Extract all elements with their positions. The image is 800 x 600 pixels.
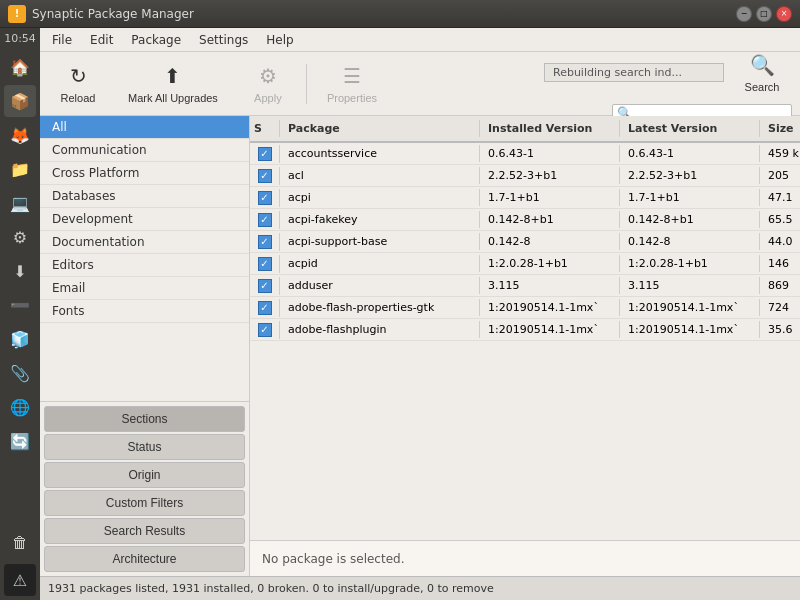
maximize-button[interactable]: □ [756,6,772,22]
pkg-installed-version: 1:20190514.1-1mx` [480,321,620,338]
files-icon[interactable]: 📁 [4,153,36,185]
category-databases[interactable]: Databases [40,185,249,208]
home-icon[interactable]: 🏠 [4,51,36,83]
filter-search-results[interactable]: Search Results [44,518,245,544]
pkg-status: ✓ [250,145,280,163]
pkg-name: adobe-flash-properties-gtk [280,299,480,316]
search-icon: 🔍 [750,53,775,77]
properties-button[interactable]: ☰ Properties [315,57,389,111]
arrow-icon[interactable]: ⬇ [4,255,36,287]
pkg-checkbox[interactable]: ✓ [258,323,272,337]
title-text: Synaptic Package Manager [32,7,194,21]
menu-package[interactable]: Package [123,31,189,49]
pkg-checkbox[interactable]: ✓ [258,147,272,161]
category-documentation[interactable]: Documentation [40,231,249,254]
titlebar-left: ! Synaptic Package Manager [8,5,194,23]
filter-buttons: Sections Status Origin Custom Filters Se… [40,402,249,576]
pkg-checkbox[interactable]: ✓ [258,257,272,271]
pkg-status: ✓ [250,255,280,273]
filter-sections[interactable]: Sections [44,406,245,432]
filter-architecture[interactable]: Architecture [44,546,245,572]
upgrades-icon: ⬆ [164,64,181,88]
cube-icon[interactable]: 🧊 [4,323,36,355]
table-row[interactable]: ✓ adobe-flashplugin 1:20190514.1-1mx` 1:… [250,319,800,341]
table-row[interactable]: ✓ acpi-support-base 0.142-8 0.142-8 44.0 [250,231,800,253]
apply-label: Apply [254,92,282,104]
menu-settings[interactable]: Settings [191,31,256,49]
trash-icon[interactable]: 🗑 [4,526,36,558]
table-row[interactable]: ✓ adobe-flash-properties-gtk 1:20190514.… [250,297,800,319]
table-row[interactable]: ✓ acpi 1.7-1+b1 1.7-1+b1 47.1 [250,187,800,209]
pkg-status: ✓ [250,167,280,185]
category-all[interactable]: All [40,116,249,139]
sidebar: All Communication Cross Platform Databas… [40,116,250,576]
pkg-status: ✓ [250,233,280,251]
toolbar: ↻ Reload ⬆ Mark All Upgrades ⚙ Apply ☰ P… [40,52,800,116]
pkg-installed-version: 0.6.43-1 [480,145,620,162]
pkg-size: 205 [760,167,800,184]
menu-file[interactable]: File [44,31,80,49]
pkg-checkbox[interactable]: ✓ [258,235,272,249]
app-icon: ! [8,5,26,23]
pkg-name: acpi [280,189,480,206]
warning-icon: ⚠ [4,564,36,596]
pkg-installed-version: 2.2.52-3+b1 [480,167,620,184]
firefox-icon[interactable]: 🦊 [4,119,36,151]
update-icon[interactable]: 🔄 [4,425,36,457]
minus-icon[interactable]: ➖ [4,289,36,321]
table-row[interactable]: ✓ accountsservice 0.6.43-1 0.6.43-1 459 … [250,143,800,165]
pkg-checkbox[interactable]: ✓ [258,301,272,315]
category-editors[interactable]: Editors [40,254,249,277]
search-button[interactable]: 🔍 Search [732,46,792,100]
content: All Communication Cross Platform Databas… [40,116,800,576]
close-button[interactable]: × [776,6,792,22]
mark-upgrades-label: Mark All Upgrades [128,92,218,104]
clip-icon[interactable]: 📎 [4,357,36,389]
pkg-installed-version: 3.115 [480,277,620,294]
reload-button[interactable]: ↻ Reload [48,57,108,111]
filter-origin[interactable]: Origin [44,462,245,488]
pkg-name: adduser [280,277,480,294]
pkg-status: ✓ [250,277,280,295]
network-icon[interactable]: 🌐 [4,391,36,423]
package-icon[interactable]: 📦 [4,85,36,117]
pkg-checkbox[interactable]: ✓ [258,279,272,293]
category-fonts[interactable]: Fonts [40,300,249,323]
category-communication[interactable]: Communication [40,139,249,162]
table-row[interactable]: ✓ adduser 3.115 3.115 869 [250,275,800,297]
apply-icon: ⚙ [259,64,277,88]
status-text: 1931 packages listed, 1931 installed, 0 … [48,582,494,595]
table-row[interactable]: ✓ acl 2.2.52-3+b1 2.2.52-3+b1 205 [250,165,800,187]
pkg-size: 869 [760,277,800,294]
pkg-size: 35.6 [760,321,800,338]
pkg-size: 44.0 [760,233,800,250]
pkg-installed-version: 0.142-8+b1 [480,211,620,228]
category-email[interactable]: Email [40,277,249,300]
properties-label: Properties [327,92,377,104]
pkg-checkbox[interactable]: ✓ [258,191,272,205]
filter-status[interactable]: Status [44,434,245,460]
menu-help[interactable]: Help [258,31,301,49]
pkg-checkbox[interactable]: ✓ [258,213,272,227]
menu-edit[interactable]: Edit [82,31,121,49]
mark-upgrades-button[interactable]: ⬆ Mark All Upgrades [116,57,230,111]
category-cross-platform[interactable]: Cross Platform [40,162,249,185]
category-development[interactable]: Development [40,208,249,231]
table-header: S Package Installed Version Latest Versi… [250,116,800,143]
search-label: Search [745,81,780,93]
minimize-button[interactable]: − [736,6,752,22]
pkg-latest-version: 0.142-8+b1 [620,211,760,228]
apply-button[interactable]: ⚙ Apply [238,57,298,111]
table-row[interactable]: ✓ acpid 1:2.0.28-1+b1 1:2.0.28-1+b1 146 [250,253,800,275]
filter-custom[interactable]: Custom Filters [44,490,245,516]
table-row[interactable]: ✓ acpi-fakekey 0.142-8+b1 0.142-8+b1 65.… [250,209,800,231]
main-area: File Edit Package Settings Help ↻ Reload… [40,28,800,600]
clock: 10:54 [4,32,36,45]
pkg-size: 47.1 [760,189,800,206]
pkg-checkbox[interactable]: ✓ [258,169,272,183]
reload-icon: ↻ [70,64,87,88]
category-list: All Communication Cross Platform Databas… [40,116,249,402]
package-area: S Package Installed Version Latest Versi… [250,116,800,576]
terminal-icon[interactable]: 💻 [4,187,36,219]
settings-icon[interactable]: ⚙ [4,221,36,253]
